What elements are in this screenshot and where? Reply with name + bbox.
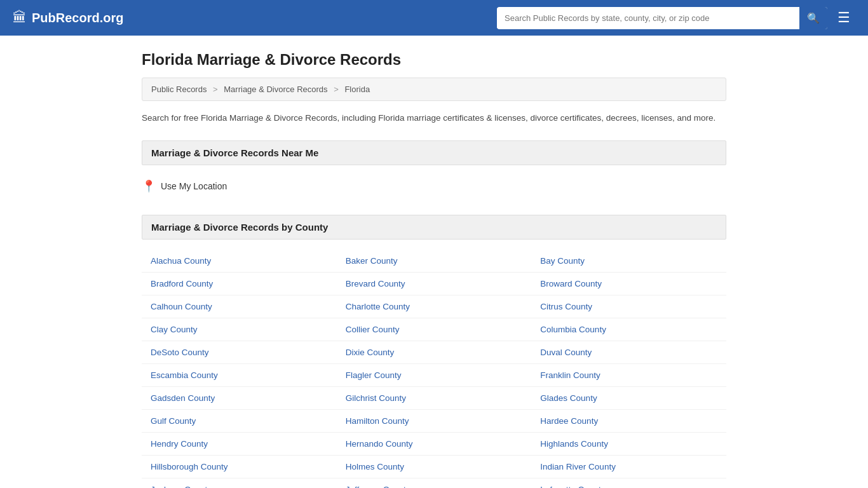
county-list-item[interactable]: Flagler County bbox=[337, 364, 532, 387]
search-button[interactable]: 🔍 bbox=[799, 7, 827, 29]
county-list-item[interactable]: Clay County bbox=[142, 318, 337, 341]
location-pin-icon: 📍 bbox=[142, 179, 156, 193]
county-list-item[interactable]: Brevard County bbox=[337, 273, 532, 295]
logo-text[interactable]: PubRecord.org bbox=[32, 11, 123, 25]
county-list-item[interactable]: Calhoun County bbox=[142, 295, 337, 318]
county-list-item[interactable]: Baker County bbox=[337, 250, 532, 273]
breadcrumb-marriage-records[interactable]: Marriage & Divorce Records bbox=[224, 85, 327, 94]
county-list-item[interactable]: Columbia County bbox=[531, 318, 726, 341]
header-right: 🔍 ☰ bbox=[497, 4, 855, 31]
use-my-location-button[interactable]: 📍 Use My Location bbox=[142, 175, 227, 197]
breadcrumb: Public Records > Marriage & Divorce Reco… bbox=[142, 78, 726, 101]
county-list-item[interactable]: Gilchrist County bbox=[337, 387, 532, 410]
near-me-section: Marriage & Divorce Records Near Me 📍 Use… bbox=[142, 140, 726, 197]
county-list-item[interactable]: Glades County bbox=[531, 387, 726, 410]
county-list-item[interactable]: Holmes County bbox=[337, 456, 532, 478]
county-list-item[interactable]: Duval County bbox=[531, 341, 726, 364]
county-list-item[interactable]: Hernando County bbox=[337, 433, 532, 456]
county-list-item[interactable]: Jackson County bbox=[142, 478, 337, 488]
county-list-item[interactable]: Hamilton County bbox=[337, 410, 532, 433]
logo-area[interactable]: 🏛 PubRecord.org bbox=[13, 10, 123, 26]
county-list-item[interactable]: Lafayette County bbox=[531, 478, 726, 488]
county-list-item[interactable]: Escambia County bbox=[142, 364, 337, 387]
county-list-item[interactable]: Gulf County bbox=[142, 410, 337, 433]
county-list-item[interactable]: Gadsden County bbox=[142, 387, 337, 410]
county-list-item[interactable]: Citrus County bbox=[531, 295, 726, 318]
breadcrumb-sep-1: > bbox=[213, 85, 218, 94]
county-list-item[interactable]: Alachua County bbox=[142, 250, 337, 273]
breadcrumb-public-records[interactable]: Public Records bbox=[151, 85, 207, 94]
site-header: 🏛 PubRecord.org 🔍 ☰ bbox=[0, 0, 868, 36]
county-list-item[interactable]: Hardee County bbox=[531, 410, 726, 433]
search-container: 🔍 bbox=[497, 7, 827, 29]
county-list-item[interactable]: Dixie County bbox=[337, 341, 532, 364]
menu-icon[interactable]: ☰ bbox=[832, 4, 855, 31]
county-grid: Alachua CountyBaker CountyBay CountyBrad… bbox=[142, 250, 726, 488]
page-description: Search for free Florida Marriage & Divor… bbox=[142, 111, 726, 125]
county-list-item[interactable]: Hillsborough County bbox=[142, 456, 337, 478]
county-list-item[interactable]: Franklin County bbox=[531, 364, 726, 387]
county-list-item[interactable]: Bay County bbox=[531, 250, 726, 273]
breadcrumb-current: Florida bbox=[344, 85, 370, 94]
county-list-item[interactable]: Bradford County bbox=[142, 273, 337, 295]
main-content: Florida Marriage & Divorce Records Publi… bbox=[129, 36, 739, 488]
county-list-item[interactable]: Collier County bbox=[337, 318, 532, 341]
county-list-item[interactable]: Jefferson County bbox=[337, 478, 532, 488]
search-icon: 🔍 bbox=[807, 13, 820, 24]
building-icon: 🏛 bbox=[13, 10, 27, 26]
near-me-section-header: Marriage & Divorce Records Near Me bbox=[142, 140, 726, 165]
use-location-label: Use My Location bbox=[161, 181, 227, 191]
county-list-item[interactable]: Hendry County bbox=[142, 433, 337, 456]
county-list-item[interactable]: Charlotte County bbox=[337, 295, 532, 318]
county-list-item[interactable]: Highlands County bbox=[531, 433, 726, 456]
county-list-item[interactable]: Broward County bbox=[531, 273, 726, 295]
county-section-header: Marriage & Divorce Records by County bbox=[142, 215, 726, 240]
county-list-item[interactable]: DeSoto County bbox=[142, 341, 337, 364]
search-input[interactable] bbox=[497, 8, 799, 28]
page-title: Florida Marriage & Divorce Records bbox=[142, 51, 726, 69]
breadcrumb-sep-2: > bbox=[334, 85, 339, 94]
county-list-item[interactable]: Indian River County bbox=[531, 456, 726, 478]
by-county-section: Marriage & Divorce Records by County Ala… bbox=[142, 215, 726, 488]
